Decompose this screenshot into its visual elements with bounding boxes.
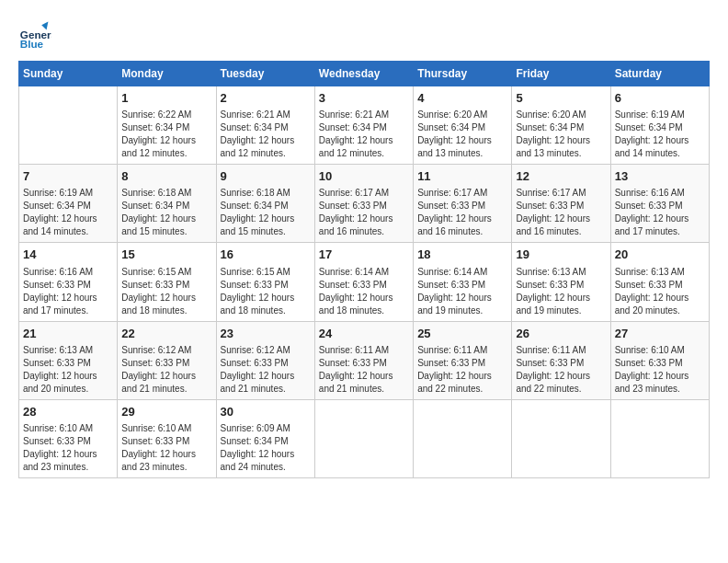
day-of-week-header: Friday (512, 62, 610, 86)
day-number: 5 (516, 90, 606, 107)
calendar-day-cell: 29Sunrise: 6:10 AM Sunset: 6:33 PM Dayli… (118, 399, 216, 477)
day-number: 23 (221, 326, 311, 342)
day-number: 22 (121, 326, 211, 342)
calendar-day-cell: 14Sunrise: 6:16 AM Sunset: 6:33 PM Dayli… (19, 243, 118, 321)
day-info: Sunrise: 6:20 AM Sunset: 6:34 PM Dayligh… (417, 109, 507, 160)
day-number: 3 (319, 90, 409, 107)
day-info: Sunrise: 6:19 AM Sunset: 6:34 PM Dayligh… (23, 187, 113, 238)
calendar-day-cell: 6Sunrise: 6:19 AM Sunset: 6:34 PM Daylig… (610, 86, 709, 165)
calendar-day-cell: 17Sunrise: 6:14 AM Sunset: 6:33 PM Dayli… (314, 243, 413, 321)
calendar-day-cell: 13Sunrise: 6:16 AM Sunset: 6:33 PM Dayli… (610, 165, 709, 243)
calendar-week-row: 21Sunrise: 6:13 AM Sunset: 6:33 PM Dayli… (19, 321, 710, 399)
day-info: Sunrise: 6:19 AM Sunset: 6:34 PM Dayligh… (615, 109, 705, 160)
calendar-day-cell: 30Sunrise: 6:09 AM Sunset: 6:34 PM Dayli… (216, 399, 314, 477)
day-number: 19 (516, 247, 606, 263)
calendar-day-cell: 26Sunrise: 6:11 AM Sunset: 6:33 PM Dayli… (512, 321, 610, 399)
day-info: Sunrise: 6:09 AM Sunset: 6:34 PM Dayligh… (221, 422, 311, 474)
day-info: Sunrise: 6:17 AM Sunset: 6:33 PM Dayligh… (417, 187, 507, 238)
calendar-day-cell: 12Sunrise: 6:17 AM Sunset: 6:33 PM Dayli… (512, 165, 610, 243)
calendar-day-cell: 7Sunrise: 6:19 AM Sunset: 6:34 PM Daylig… (19, 165, 118, 243)
day-number: 25 (417, 326, 507, 342)
day-info: Sunrise: 6:12 AM Sunset: 6:33 PM Dayligh… (121, 344, 211, 396)
day-number: 13 (615, 168, 705, 185)
calendar-empty-cell (610, 399, 709, 477)
day-of-week-header: Saturday (610, 62, 709, 86)
day-number: 8 (121, 168, 211, 185)
day-number: 26 (516, 326, 606, 342)
calendar-week-row: 28Sunrise: 6:10 AM Sunset: 6:33 PM Dayli… (19, 399, 710, 477)
day-info: Sunrise: 6:17 AM Sunset: 6:33 PM Dayligh… (516, 187, 606, 238)
calendar-day-cell: 21Sunrise: 6:13 AM Sunset: 6:33 PM Dayli… (19, 321, 118, 399)
page-header: General Blue (18, 18, 710, 52)
day-info: Sunrise: 6:13 AM Sunset: 6:33 PM Dayligh… (23, 344, 113, 396)
day-info: Sunrise: 6:11 AM Sunset: 6:33 PM Dayligh… (516, 344, 606, 396)
day-info: Sunrise: 6:20 AM Sunset: 6:34 PM Dayligh… (516, 109, 606, 160)
calendar-day-cell: 22Sunrise: 6:12 AM Sunset: 6:33 PM Dayli… (118, 321, 216, 399)
calendar-day-cell: 18Sunrise: 6:14 AM Sunset: 6:33 PM Dayli… (414, 243, 512, 321)
day-number: 30 (221, 404, 311, 420)
day-number: 20 (615, 247, 705, 263)
day-number: 24 (319, 326, 409, 342)
calendar-week-row: 1Sunrise: 6:22 AM Sunset: 6:34 PM Daylig… (19, 86, 710, 165)
day-info: Sunrise: 6:15 AM Sunset: 6:33 PM Dayligh… (221, 266, 311, 317)
day-number: 14 (23, 247, 113, 263)
day-info: Sunrise: 6:12 AM Sunset: 6:33 PM Dayligh… (221, 344, 311, 396)
calendar-day-cell: 2Sunrise: 6:21 AM Sunset: 6:34 PM Daylig… (216, 86, 314, 165)
day-of-week-header: Monday (118, 62, 216, 86)
calendar-empty-cell (414, 399, 512, 477)
calendar-week-row: 14Sunrise: 6:16 AM Sunset: 6:33 PM Dayli… (19, 243, 710, 321)
calendar-day-cell: 11Sunrise: 6:17 AM Sunset: 6:33 PM Dayli… (414, 165, 512, 243)
calendar-day-cell: 9Sunrise: 6:18 AM Sunset: 6:34 PM Daylig… (216, 165, 314, 243)
day-info: Sunrise: 6:18 AM Sunset: 6:34 PM Dayligh… (121, 187, 211, 238)
day-number: 28 (23, 404, 113, 420)
day-info: Sunrise: 6:15 AM Sunset: 6:33 PM Dayligh… (121, 266, 211, 317)
calendar-day-cell: 23Sunrise: 6:12 AM Sunset: 6:33 PM Dayli… (216, 321, 314, 399)
logo-icon: General Blue (18, 18, 51, 52)
day-info: Sunrise: 6:21 AM Sunset: 6:34 PM Dayligh… (221, 109, 311, 160)
day-number: 10 (319, 168, 409, 185)
day-of-week-header: Wednesday (314, 62, 413, 86)
day-number: 16 (221, 247, 311, 263)
day-info: Sunrise: 6:17 AM Sunset: 6:33 PM Dayligh… (319, 187, 409, 238)
day-info: Sunrise: 6:11 AM Sunset: 6:33 PM Dayligh… (417, 344, 507, 396)
calendar-day-cell: 1Sunrise: 6:22 AM Sunset: 6:34 PM Daylig… (118, 86, 216, 165)
day-of-week-header: Sunday (19, 62, 118, 86)
day-number: 27 (615, 326, 705, 342)
logo: General Blue (18, 18, 55, 52)
calendar-day-cell: 16Sunrise: 6:15 AM Sunset: 6:33 PM Dayli… (216, 243, 314, 321)
day-number: 29 (121, 404, 211, 420)
calendar-day-cell: 28Sunrise: 6:10 AM Sunset: 6:33 PM Dayli… (19, 399, 118, 477)
day-info: Sunrise: 6:22 AM Sunset: 6:34 PM Dayligh… (121, 109, 211, 160)
calendar-day-cell: 3Sunrise: 6:21 AM Sunset: 6:34 PM Daylig… (314, 86, 413, 165)
day-number: 18 (417, 247, 507, 263)
day-number: 7 (23, 168, 113, 185)
calendar-empty-cell (512, 399, 610, 477)
day-info: Sunrise: 6:18 AM Sunset: 6:34 PM Dayligh… (221, 187, 311, 238)
calendar-week-row: 7Sunrise: 6:19 AM Sunset: 6:34 PM Daylig… (19, 165, 710, 243)
calendar-day-cell: 8Sunrise: 6:18 AM Sunset: 6:34 PM Daylig… (118, 165, 216, 243)
calendar-day-cell: 15Sunrise: 6:15 AM Sunset: 6:33 PM Dayli… (118, 243, 216, 321)
day-info: Sunrise: 6:10 AM Sunset: 6:33 PM Dayligh… (615, 344, 705, 396)
day-info: Sunrise: 6:16 AM Sunset: 6:33 PM Dayligh… (23, 266, 113, 317)
day-number: 11 (417, 168, 507, 185)
calendar-day-cell: 19Sunrise: 6:13 AM Sunset: 6:33 PM Dayli… (512, 243, 610, 321)
calendar-header-row: SundayMondayTuesdayWednesdayThursdayFrid… (19, 62, 710, 86)
day-number: 1 (121, 90, 211, 107)
day-info: Sunrise: 6:11 AM Sunset: 6:33 PM Dayligh… (319, 344, 409, 396)
calendar-day-cell: 24Sunrise: 6:11 AM Sunset: 6:33 PM Dayli… (314, 321, 413, 399)
day-of-week-header: Thursday (414, 62, 512, 86)
day-info: Sunrise: 6:10 AM Sunset: 6:33 PM Dayligh… (121, 422, 211, 474)
day-info: Sunrise: 6:21 AM Sunset: 6:34 PM Dayligh… (319, 109, 409, 160)
svg-text:Blue: Blue (20, 38, 44, 50)
day-info: Sunrise: 6:14 AM Sunset: 6:33 PM Dayligh… (417, 266, 507, 317)
day-of-week-header: Tuesday (216, 62, 314, 86)
calendar-day-cell: 10Sunrise: 6:17 AM Sunset: 6:33 PM Dayli… (314, 165, 413, 243)
calendar-day-cell: 27Sunrise: 6:10 AM Sunset: 6:33 PM Dayli… (610, 321, 709, 399)
calendar-day-cell: 20Sunrise: 6:13 AM Sunset: 6:33 PM Dayli… (610, 243, 709, 321)
day-info: Sunrise: 6:13 AM Sunset: 6:33 PM Dayligh… (516, 266, 606, 317)
day-number: 12 (516, 168, 606, 185)
calendar-day-cell: 25Sunrise: 6:11 AM Sunset: 6:33 PM Dayli… (414, 321, 512, 399)
calendar-day-cell: 4Sunrise: 6:20 AM Sunset: 6:34 PM Daylig… (414, 86, 512, 165)
day-info: Sunrise: 6:13 AM Sunset: 6:33 PM Dayligh… (615, 266, 705, 317)
day-info: Sunrise: 6:10 AM Sunset: 6:33 PM Dayligh… (23, 422, 113, 474)
